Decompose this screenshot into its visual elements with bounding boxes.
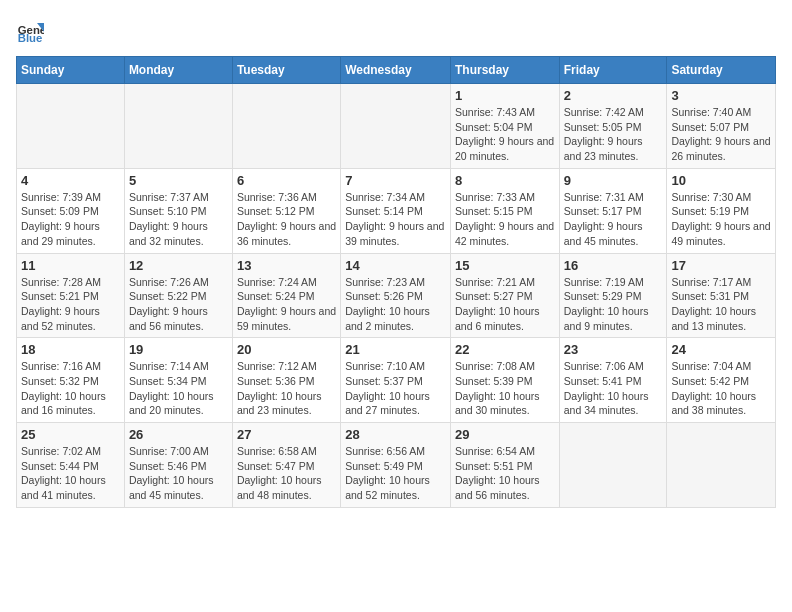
calendar-cell xyxy=(559,423,667,508)
day-number: 11 xyxy=(21,258,120,273)
day-info: Sunrise: 7:12 AM Sunset: 5:36 PM Dayligh… xyxy=(237,359,336,418)
page-header: General Blue xyxy=(16,16,776,44)
day-info: Sunrise: 7:14 AM Sunset: 5:34 PM Dayligh… xyxy=(129,359,228,418)
day-number: 22 xyxy=(455,342,555,357)
calendar-cell xyxy=(17,84,125,169)
calendar-cell xyxy=(232,84,340,169)
day-number: 27 xyxy=(237,427,336,442)
day-info: Sunrise: 7:23 AM Sunset: 5:26 PM Dayligh… xyxy=(345,275,446,334)
day-header-monday: Monday xyxy=(124,57,232,84)
day-info: Sunrise: 7:30 AM Sunset: 5:19 PM Dayligh… xyxy=(671,190,771,249)
day-number: 17 xyxy=(671,258,771,273)
calendar-cell: 14Sunrise: 7:23 AM Sunset: 5:26 PM Dayli… xyxy=(341,253,451,338)
calendar-cell: 22Sunrise: 7:08 AM Sunset: 5:39 PM Dayli… xyxy=(450,338,559,423)
day-info: Sunrise: 7:06 AM Sunset: 5:41 PM Dayligh… xyxy=(564,359,663,418)
day-info: Sunrise: 7:33 AM Sunset: 5:15 PM Dayligh… xyxy=(455,190,555,249)
day-number: 2 xyxy=(564,88,663,103)
logo-icon: General Blue xyxy=(16,16,44,44)
calendar-cell: 28Sunrise: 6:56 AM Sunset: 5:49 PM Dayli… xyxy=(341,423,451,508)
day-number: 29 xyxy=(455,427,555,442)
day-info: Sunrise: 7:02 AM Sunset: 5:44 PM Dayligh… xyxy=(21,444,120,503)
day-info: Sunrise: 7:24 AM Sunset: 5:24 PM Dayligh… xyxy=(237,275,336,334)
day-info: Sunrise: 6:56 AM Sunset: 5:49 PM Dayligh… xyxy=(345,444,446,503)
day-info: Sunrise: 7:43 AM Sunset: 5:04 PM Dayligh… xyxy=(455,105,555,164)
day-info: Sunrise: 7:00 AM Sunset: 5:46 PM Dayligh… xyxy=(129,444,228,503)
day-info: Sunrise: 7:28 AM Sunset: 5:21 PM Dayligh… xyxy=(21,275,120,334)
day-info: Sunrise: 7:40 AM Sunset: 5:07 PM Dayligh… xyxy=(671,105,771,164)
day-number: 6 xyxy=(237,173,336,188)
calendar-cell xyxy=(124,84,232,169)
calendar-cell: 8Sunrise: 7:33 AM Sunset: 5:15 PM Daylig… xyxy=(450,168,559,253)
day-number: 16 xyxy=(564,258,663,273)
day-header-thursday: Thursday xyxy=(450,57,559,84)
calendar-cell: 16Sunrise: 7:19 AM Sunset: 5:29 PM Dayli… xyxy=(559,253,667,338)
calendar-cell: 12Sunrise: 7:26 AM Sunset: 5:22 PM Dayli… xyxy=(124,253,232,338)
svg-text:Blue: Blue xyxy=(18,32,43,44)
calendar-cell: 2Sunrise: 7:42 AM Sunset: 5:05 PM Daylig… xyxy=(559,84,667,169)
calendar-cell: 1Sunrise: 7:43 AM Sunset: 5:04 PM Daylig… xyxy=(450,84,559,169)
day-number: 28 xyxy=(345,427,446,442)
calendar-week-1: 4Sunrise: 7:39 AM Sunset: 5:09 PM Daylig… xyxy=(17,168,776,253)
calendar-cell: 18Sunrise: 7:16 AM Sunset: 5:32 PM Dayli… xyxy=(17,338,125,423)
day-info: Sunrise: 7:34 AM Sunset: 5:14 PM Dayligh… xyxy=(345,190,446,249)
calendar-cell: 20Sunrise: 7:12 AM Sunset: 5:36 PM Dayli… xyxy=(232,338,340,423)
day-header-saturday: Saturday xyxy=(667,57,776,84)
day-info: Sunrise: 7:31 AM Sunset: 5:17 PM Dayligh… xyxy=(564,190,663,249)
calendar-cell: 15Sunrise: 7:21 AM Sunset: 5:27 PM Dayli… xyxy=(450,253,559,338)
calendar-cell: 7Sunrise: 7:34 AM Sunset: 5:14 PM Daylig… xyxy=(341,168,451,253)
calendar-cell: 17Sunrise: 7:17 AM Sunset: 5:31 PM Dayli… xyxy=(667,253,776,338)
day-info: Sunrise: 7:10 AM Sunset: 5:37 PM Dayligh… xyxy=(345,359,446,418)
day-info: Sunrise: 7:19 AM Sunset: 5:29 PM Dayligh… xyxy=(564,275,663,334)
calendar-week-3: 18Sunrise: 7:16 AM Sunset: 5:32 PM Dayli… xyxy=(17,338,776,423)
day-info: Sunrise: 7:08 AM Sunset: 5:39 PM Dayligh… xyxy=(455,359,555,418)
day-info: Sunrise: 7:17 AM Sunset: 5:31 PM Dayligh… xyxy=(671,275,771,334)
calendar-cell: 9Sunrise: 7:31 AM Sunset: 5:17 PM Daylig… xyxy=(559,168,667,253)
day-header-sunday: Sunday xyxy=(17,57,125,84)
calendar-body: 1Sunrise: 7:43 AM Sunset: 5:04 PM Daylig… xyxy=(17,84,776,508)
calendar-cell: 23Sunrise: 7:06 AM Sunset: 5:41 PM Dayli… xyxy=(559,338,667,423)
calendar-cell: 27Sunrise: 6:58 AM Sunset: 5:47 PM Dayli… xyxy=(232,423,340,508)
calendar-cell: 4Sunrise: 7:39 AM Sunset: 5:09 PM Daylig… xyxy=(17,168,125,253)
day-number: 18 xyxy=(21,342,120,357)
day-number: 5 xyxy=(129,173,228,188)
day-info: Sunrise: 7:42 AM Sunset: 5:05 PM Dayligh… xyxy=(564,105,663,164)
day-number: 25 xyxy=(21,427,120,442)
day-number: 23 xyxy=(564,342,663,357)
day-number: 20 xyxy=(237,342,336,357)
calendar-cell: 10Sunrise: 7:30 AM Sunset: 5:19 PM Dayli… xyxy=(667,168,776,253)
day-header-friday: Friday xyxy=(559,57,667,84)
calendar-cell: 24Sunrise: 7:04 AM Sunset: 5:42 PM Dayli… xyxy=(667,338,776,423)
day-number: 12 xyxy=(129,258,228,273)
day-header-wednesday: Wednesday xyxy=(341,57,451,84)
calendar-cell: 26Sunrise: 7:00 AM Sunset: 5:46 PM Dayli… xyxy=(124,423,232,508)
day-number: 24 xyxy=(671,342,771,357)
calendar-cell xyxy=(341,84,451,169)
day-number: 9 xyxy=(564,173,663,188)
day-number: 13 xyxy=(237,258,336,273)
day-number: 21 xyxy=(345,342,446,357)
calendar-cell: 6Sunrise: 7:36 AM Sunset: 5:12 PM Daylig… xyxy=(232,168,340,253)
calendar-week-4: 25Sunrise: 7:02 AM Sunset: 5:44 PM Dayli… xyxy=(17,423,776,508)
calendar-week-0: 1Sunrise: 7:43 AM Sunset: 5:04 PM Daylig… xyxy=(17,84,776,169)
day-info: Sunrise: 7:36 AM Sunset: 5:12 PM Dayligh… xyxy=(237,190,336,249)
day-number: 8 xyxy=(455,173,555,188)
day-number: 7 xyxy=(345,173,446,188)
day-number: 19 xyxy=(129,342,228,357)
calendar-header: SundayMondayTuesdayWednesdayThursdayFrid… xyxy=(17,57,776,84)
day-number: 15 xyxy=(455,258,555,273)
day-number: 4 xyxy=(21,173,120,188)
calendar-week-2: 11Sunrise: 7:28 AM Sunset: 5:21 PM Dayli… xyxy=(17,253,776,338)
day-info: Sunrise: 7:39 AM Sunset: 5:09 PM Dayligh… xyxy=(21,190,120,249)
calendar-cell: 3Sunrise: 7:40 AM Sunset: 5:07 PM Daylig… xyxy=(667,84,776,169)
calendar-cell: 25Sunrise: 7:02 AM Sunset: 5:44 PM Dayli… xyxy=(17,423,125,508)
calendar-cell: 21Sunrise: 7:10 AM Sunset: 5:37 PM Dayli… xyxy=(341,338,451,423)
day-header-tuesday: Tuesday xyxy=(232,57,340,84)
calendar-cell: 19Sunrise: 7:14 AM Sunset: 5:34 PM Dayli… xyxy=(124,338,232,423)
day-number: 26 xyxy=(129,427,228,442)
logo: General Blue xyxy=(16,16,48,44)
calendar-cell xyxy=(667,423,776,508)
day-number: 14 xyxy=(345,258,446,273)
day-info: Sunrise: 7:21 AM Sunset: 5:27 PM Dayligh… xyxy=(455,275,555,334)
calendar-cell: 5Sunrise: 7:37 AM Sunset: 5:10 PM Daylig… xyxy=(124,168,232,253)
day-number: 3 xyxy=(671,88,771,103)
